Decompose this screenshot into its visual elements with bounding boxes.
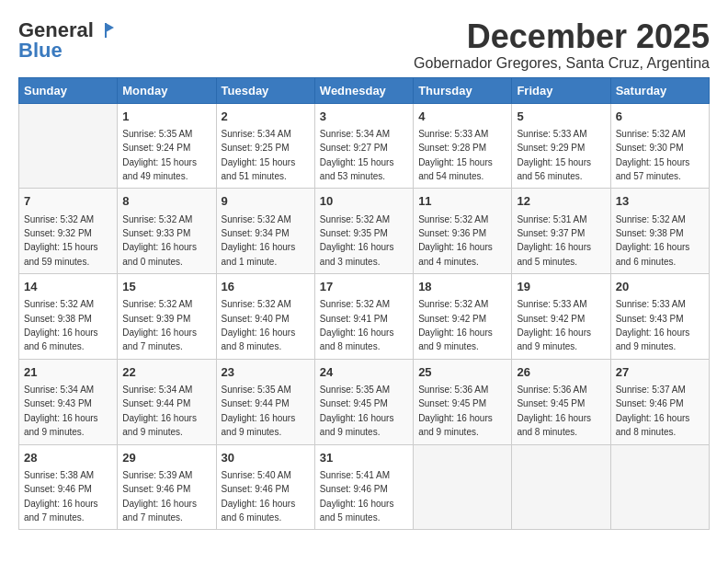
day-detail: Sunrise: 5:36 AMSunset: 9:45 PMDaylight:… <box>418 385 493 437</box>
day-number: 12 <box>517 193 605 210</box>
day-number: 21 <box>24 364 112 381</box>
day-detail: Sunrise: 5:33 AMSunset: 9:42 PMDaylight:… <box>517 299 591 351</box>
day-number: 18 <box>418 279 506 295</box>
day-detail: Sunrise: 5:35 AMSunset: 9:45 PMDaylight:… <box>320 385 394 437</box>
day-detail: Sunrise: 5:32 AMSunset: 9:35 PMDaylight:… <box>320 214 394 267</box>
calendar-cell: 13Sunrise: 5:32 AMSunset: 9:38 PMDayligh… <box>610 189 709 274</box>
day-detail: Sunrise: 5:33 AMSunset: 9:28 PMDaylight:… <box>418 129 493 181</box>
col-header-thursday: Thursday <box>414 77 512 103</box>
col-header-wednesday: Wednesday <box>314 77 413 103</box>
day-number: 17 <box>320 279 408 295</box>
day-number: 24 <box>320 364 408 381</box>
col-header-saturday: Saturday <box>610 77 709 103</box>
day-number: 6 <box>616 109 704 125</box>
calendar-cell: 31Sunrise: 5:41 AMSunset: 9:46 PMDayligh… <box>314 444 413 530</box>
day-detail: Sunrise: 5:37 AMSunset: 9:46 PMDaylight:… <box>616 385 690 437</box>
calendar-cell: 11Sunrise: 5:32 AMSunset: 9:36 PMDayligh… <box>414 189 512 274</box>
calendar-cell: 1Sunrise: 5:35 AMSunset: 9:24 PMDaylight… <box>118 103 216 189</box>
col-header-sunday: Sunday <box>19 77 118 103</box>
logo: General Blue <box>18 18 116 63</box>
calendar-week-1: 7Sunrise: 5:32 AMSunset: 9:32 PMDaylight… <box>19 189 710 274</box>
calendar-week-4: 28Sunrise: 5:38 AMSunset: 9:46 PMDayligh… <box>19 444 710 530</box>
calendar-week-0: 1Sunrise: 5:35 AMSunset: 9:24 PMDaylight… <box>19 103 710 189</box>
calendar-cell <box>512 444 610 530</box>
day-detail: Sunrise: 5:32 AMSunset: 9:42 PMDaylight:… <box>418 299 493 351</box>
day-number: 7 <box>24 193 112 210</box>
calendar-cell: 18Sunrise: 5:32 AMSunset: 9:42 PMDayligh… <box>414 274 512 360</box>
calendar-cell: 26Sunrise: 5:36 AMSunset: 9:45 PMDayligh… <box>512 359 610 444</box>
svg-rect-1 <box>105 23 107 38</box>
calendar-week-2: 14Sunrise: 5:32 AMSunset: 9:38 PMDayligh… <box>19 274 710 360</box>
day-number: 31 <box>320 450 408 466</box>
day-detail: Sunrise: 5:32 AMSunset: 9:36 PMDaylight:… <box>418 214 493 267</box>
calendar-cell: 24Sunrise: 5:35 AMSunset: 9:45 PMDayligh… <box>314 359 413 444</box>
calendar-cell <box>19 103 118 189</box>
calendar-cell: 19Sunrise: 5:33 AMSunset: 9:42 PMDayligh… <box>512 274 610 360</box>
day-number: 11 <box>418 193 506 210</box>
subtitle: Gobernador Gregores, Santa Cruz, Argenti… <box>414 55 710 72</box>
logo-blue: Blue <box>18 39 63 63</box>
day-number: 5 <box>517 109 605 125</box>
col-header-monday: Monday <box>118 77 216 103</box>
calendar-cell: 4Sunrise: 5:33 AMSunset: 9:28 PMDaylight… <box>414 103 512 189</box>
day-detail: Sunrise: 5:32 AMSunset: 9:39 PMDaylight:… <box>122 299 197 351</box>
day-number: 16 <box>222 279 310 295</box>
calendar-cell: 14Sunrise: 5:32 AMSunset: 9:38 PMDayligh… <box>19 274 118 360</box>
calendar-cell: 2Sunrise: 5:34 AMSunset: 9:25 PMDaylight… <box>216 103 314 189</box>
calendar-table: SundayMondayTuesdayWednesdayThursdayFrid… <box>18 77 710 531</box>
day-detail: Sunrise: 5:32 AMSunset: 9:38 PMDaylight:… <box>616 214 690 267</box>
day-number: 1 <box>122 109 210 125</box>
day-number: 3 <box>320 109 408 125</box>
calendar-cell: 29Sunrise: 5:39 AMSunset: 9:46 PMDayligh… <box>118 444 216 530</box>
day-detail: Sunrise: 5:33 AMSunset: 9:29 PMDaylight:… <box>517 129 591 181</box>
svg-marker-0 <box>106 23 114 32</box>
calendar-header-row: SundayMondayTuesdayWednesdayThursdayFrid… <box>19 77 710 103</box>
calendar-cell: 22Sunrise: 5:34 AMSunset: 9:44 PMDayligh… <box>118 359 216 444</box>
day-detail: Sunrise: 5:36 AMSunset: 9:45 PMDaylight:… <box>517 385 591 437</box>
day-number: 30 <box>222 450 310 466</box>
day-number: 28 <box>24 450 112 466</box>
col-header-friday: Friday <box>512 77 610 103</box>
day-detail: Sunrise: 5:32 AMSunset: 9:32 PMDaylight:… <box>24 214 98 267</box>
header: General Blue December 2025 Gobernador Gr… <box>18 18 710 72</box>
day-detail: Sunrise: 5:41 AMSunset: 9:46 PMDaylight:… <box>320 470 394 523</box>
calendar-cell: 25Sunrise: 5:36 AMSunset: 9:45 PMDayligh… <box>414 359 512 444</box>
day-detail: Sunrise: 5:34 AMSunset: 9:25 PMDaylight:… <box>222 129 296 181</box>
calendar-cell: 21Sunrise: 5:34 AMSunset: 9:43 PMDayligh… <box>19 359 118 444</box>
day-number: 10 <box>320 193 408 210</box>
logo-icon <box>96 20 116 40</box>
day-number: 26 <box>517 364 605 381</box>
calendar-week-3: 21Sunrise: 5:34 AMSunset: 9:43 PMDayligh… <box>19 359 710 444</box>
day-detail: Sunrise: 5:31 AMSunset: 9:37 PMDaylight:… <box>517 214 591 267</box>
day-detail: Sunrise: 5:32 AMSunset: 9:33 PMDaylight:… <box>122 214 197 267</box>
day-detail: Sunrise: 5:33 AMSunset: 9:43 PMDaylight:… <box>616 299 690 351</box>
calendar-cell: 28Sunrise: 5:38 AMSunset: 9:46 PMDayligh… <box>19 444 118 530</box>
calendar-cell <box>610 444 709 530</box>
calendar-body: 1Sunrise: 5:35 AMSunset: 9:24 PMDaylight… <box>19 103 710 530</box>
day-detail: Sunrise: 5:38 AMSunset: 9:46 PMDaylight:… <box>24 470 98 523</box>
calendar-cell: 17Sunrise: 5:32 AMSunset: 9:41 PMDayligh… <box>314 274 413 360</box>
calendar-cell: 6Sunrise: 5:32 AMSunset: 9:30 PMDaylight… <box>610 103 709 189</box>
day-number: 23 <box>222 364 310 381</box>
day-number: 8 <box>122 193 210 210</box>
day-detail: Sunrise: 5:39 AMSunset: 9:46 PMDaylight:… <box>122 470 197 523</box>
calendar-cell: 9Sunrise: 5:32 AMSunset: 9:34 PMDaylight… <box>216 189 314 274</box>
month-title: December 2025 <box>414 18 710 55</box>
day-number: 15 <box>122 279 210 295</box>
calendar-cell: 8Sunrise: 5:32 AMSunset: 9:33 PMDaylight… <box>118 189 216 274</box>
title-area: December 2025 Gobernador Gregores, Santa… <box>414 18 710 72</box>
day-detail: Sunrise: 5:34 AMSunset: 9:44 PMDaylight:… <box>122 385 197 437</box>
day-number: 25 <box>418 364 506 381</box>
day-detail: Sunrise: 5:32 AMSunset: 9:30 PMDaylight:… <box>616 129 690 181</box>
day-number: 2 <box>222 109 310 125</box>
calendar-cell: 20Sunrise: 5:33 AMSunset: 9:43 PMDayligh… <box>610 274 709 360</box>
calendar-cell: 3Sunrise: 5:34 AMSunset: 9:27 PMDaylight… <box>314 103 413 189</box>
day-detail: Sunrise: 5:35 AMSunset: 9:44 PMDaylight:… <box>222 385 296 437</box>
day-detail: Sunrise: 5:35 AMSunset: 9:24 PMDaylight:… <box>122 129 197 181</box>
calendar-cell: 10Sunrise: 5:32 AMSunset: 9:35 PMDayligh… <box>314 189 413 274</box>
day-number: 4 <box>418 109 506 125</box>
calendar-cell: 16Sunrise: 5:32 AMSunset: 9:40 PMDayligh… <box>216 274 314 360</box>
day-number: 20 <box>616 279 704 295</box>
day-number: 22 <box>122 364 210 381</box>
day-detail: Sunrise: 5:32 AMSunset: 9:40 PMDaylight:… <box>222 299 296 351</box>
